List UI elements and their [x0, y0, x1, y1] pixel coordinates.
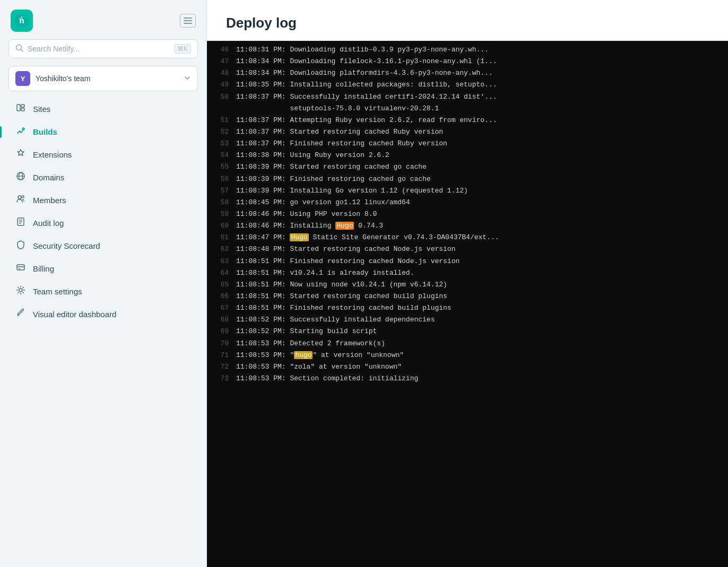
log-row: 62 11:08:48 PM: Started restoring cached…	[207, 243, 728, 255]
log-row: 67 11:08:51 PM: Finished restoring cache…	[207, 302, 728, 314]
svg-rect-6	[184, 23, 192, 24]
security-icon	[15, 240, 27, 252]
sidebar-item-visual-editor[interactable]: Visual editor dashboard	[4, 303, 202, 326]
highlight-hugo-small-yellow: hugo	[294, 351, 313, 359]
sidebar-item-team-settings[interactable]: Team settings	[4, 280, 202, 303]
log-row: 61 11:08:47 PM: Hugo Static Site Generat…	[207, 232, 728, 243]
log-container[interactable]: 46 11:08:31 PM: Downloading distlib-0.3.…	[207, 41, 728, 567]
log-row: 59 11:08:46 PM: Using PHP version 8.0	[207, 208, 728, 220]
sidebar-item-extensions[interactable]: Extensions	[4, 143, 202, 166]
svg-rect-10	[21, 104, 24, 107]
highlight-hugo-orange: Hugo	[335, 222, 354, 230]
billing-icon	[15, 263, 27, 275]
sidebar-item-audit-log[interactable]: Audit log	[4, 212, 202, 234]
members-icon	[15, 194, 27, 206]
sidebar-item-builds-label: Builds	[33, 127, 57, 136]
svg-point-25	[19, 289, 22, 292]
log-row: 63 11:08:51 PM: Finished restoring cache…	[207, 256, 728, 267]
log-row: 46 11:08:31 PM: Downloading distlib-0.3.…	[207, 44, 728, 56]
log-row: 64 11:08:51 PM: v10.24.1 is already inst…	[207, 267, 728, 279]
log-row: 50 11:08:37 PM: Successfully installed c…	[207, 91, 728, 103]
sidebar-item-security-scorecard[interactable]: Security Scorecard	[4, 234, 202, 257]
search-placeholder: Search Netlify...	[28, 45, 170, 53]
highlight-hugo-yellow: Hugo	[290, 233, 308, 241]
svg-rect-5	[184, 20, 192, 21]
log-row: 55 11:08:39 PM: Started restoring cached…	[207, 161, 728, 173]
page-title: Deploy log	[226, 15, 709, 31]
svg-rect-22	[17, 265, 24, 270]
sidebar-item-sites-label: Sites	[33, 104, 50, 114]
log-row: 65 11:08:51 PM: Now using node v10.24.1 …	[207, 279, 728, 291]
log-row: 48 11:08:34 PM: Downloading platformdirs…	[207, 67, 728, 79]
log-row: 54 11:08:38 PM: Using Ruby version 2.6.2	[207, 150, 728, 161]
sidebar-item-team-settings-label: Team settings	[33, 287, 82, 296]
search-bar[interactable]: Search Netlify... ⌘K	[8, 39, 198, 58]
log-scroll[interactable]: 46 11:08:31 PM: Downloading distlib-0.3.…	[207, 41, 728, 567]
search-shortcut: ⌘K	[174, 44, 191, 54]
sidebar-item-members[interactable]: Members	[4, 189, 202, 212]
svg-line-8	[21, 50, 23, 52]
log-row: 68 11:08:52 PM: Successfully installed d…	[207, 314, 728, 326]
log-row: 57 11:08:39 PM: Installing Go version 1.…	[207, 185, 728, 197]
sidebar-item-audit-log-label: Audit log	[33, 219, 64, 228]
sites-icon	[15, 103, 27, 115]
sidebar-header: n	[0, 0, 206, 39]
nav-section: Sites Builds Extensions	[0, 95, 206, 328]
sidebar-item-visual-editor-label: Visual editor dashboard	[33, 310, 116, 319]
team-selector[interactable]: Y Yoshikilto's team	[8, 66, 198, 91]
svg-point-16	[18, 196, 21, 199]
domains-icon	[15, 171, 27, 184]
sidebar-item-billing-label: Billing	[33, 264, 54, 273]
log-row: 51 11:08:37 PM: Attempting Ruby version …	[207, 115, 728, 126]
log-row: 71 11:08:53 PM: "hugo" at version "unkno…	[207, 350, 728, 361]
svg-rect-9	[17, 104, 20, 111]
log-row: 73 11:08:53 PM: Section completed: initi…	[207, 373, 728, 385]
main-content: Deploy log 46 11:08:31 PM: Downloading d…	[207, 0, 728, 567]
sidebar: n Search Netlify... ⌘K Y Yoshikilt	[0, 0, 207, 567]
log-row: 53 11:08:37 PM: Finished restoring cache…	[207, 138, 728, 150]
log-row: 49 11:08:35 PM: Installing collected pac…	[207, 79, 728, 91]
page-title-bar: Deploy log	[207, 0, 728, 41]
editor-icon	[15, 308, 27, 320]
sidebar-item-billing[interactable]: Billing	[4, 257, 202, 280]
extensions-icon	[15, 149, 27, 161]
sidebar-item-sites[interactable]: Sites	[4, 98, 202, 120]
log-row: 69 11:08:52 PM: Starting build script	[207, 326, 728, 337]
sidebar-item-domains[interactable]: Domains	[4, 166, 202, 189]
netlify-logo: n	[11, 10, 33, 32]
log-row: 72 11:08:53 PM: "zola" at version "unkno…	[207, 361, 728, 373]
builds-icon	[15, 126, 27, 138]
sidebar-item-members-label: Members	[33, 196, 66, 205]
audit-icon	[15, 217, 27, 229]
svg-point-17	[22, 196, 24, 198]
log-row: 60 11:08:46 PM: Installing Hugo 0.74.3	[207, 220, 728, 232]
log-row: 56 11:08:39 PM: Finished restoring cache…	[207, 173, 728, 185]
svg-rect-24	[19, 268, 20, 269]
log-row: 66 11:08:51 PM: Started restoring cached…	[207, 291, 728, 302]
team-name: Yoshikilto's team	[36, 74, 178, 83]
sidebar-item-domains-label: Domains	[33, 173, 64, 182]
svg-rect-4	[184, 18, 192, 19]
sidebar-item-security-scorecard-label: Security Scorecard	[33, 241, 100, 250]
log-row: 58 11:08:45 PM: go version go1.12 linux/…	[207, 197, 728, 208]
chevron-down-icon	[184, 74, 191, 83]
svg-rect-11	[21, 108, 24, 111]
team-avatar: Y	[15, 71, 30, 86]
logo-area: n	[11, 10, 33, 32]
search-icon	[15, 44, 23, 54]
log-row: setuptools-75.8.0 virtualenv-20.28.1	[207, 103, 728, 115]
log-row: 70 11:08:53 PM: Detected 2 framework(s)	[207, 338, 728, 350]
log-row: 47 11:08:34 PM: Downloading filelock-3.1…	[207, 56, 728, 67]
settings-icon	[15, 285, 27, 298]
sidebar-item-builds[interactable]: Builds	[4, 120, 202, 143]
sidebar-item-extensions-label: Extensions	[33, 150, 72, 159]
log-row: 52 11:08:37 PM: Started restoring cached…	[207, 126, 728, 138]
sidebar-toggle-button[interactable]	[180, 14, 196, 28]
